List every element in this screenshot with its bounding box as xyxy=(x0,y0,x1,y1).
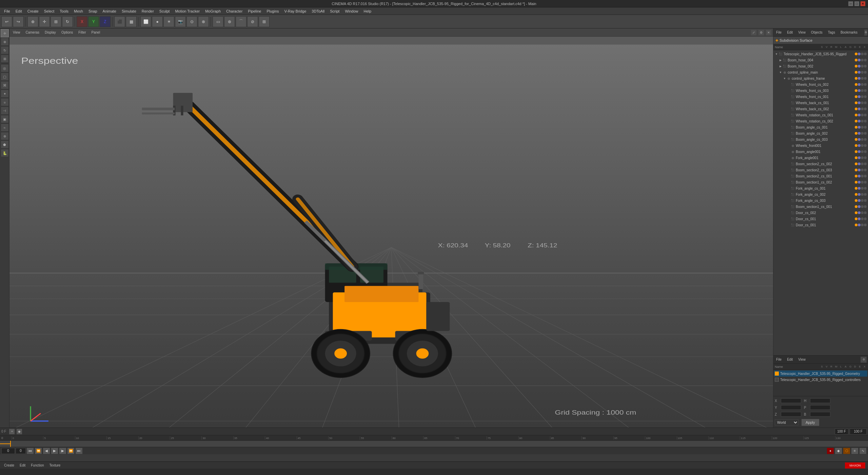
tl-add-key-btn[interactable]: + xyxy=(9,429,15,435)
obj-objects-menu[interactable]: Objects xyxy=(810,30,824,35)
next-key-btn[interactable]: ⏩ xyxy=(67,448,75,454)
tree-item-4[interactable]: ▼◎control_splines_frame xyxy=(773,75,868,81)
current-frame-input[interactable] xyxy=(1,448,15,454)
bp-panel-btn[interactable]: ⚙ xyxy=(861,357,867,363)
y-input[interactable] xyxy=(781,405,801,410)
menu-select[interactable]: Select xyxy=(41,8,57,14)
tool-knife[interactable]: ⊣ xyxy=(1,107,9,115)
menu-file[interactable]: File xyxy=(1,8,13,14)
tree-item-17[interactable]: ◎Fork_angle001 xyxy=(773,155,868,161)
tree-item-10[interactable]: ⬛Wheels_rotation_cs_001 xyxy=(773,112,868,118)
tool-rect-select[interactable]: ▢ xyxy=(1,73,9,81)
light-btn[interactable]: ☀ xyxy=(163,16,174,27)
auto-key-btn[interactable]: ◆ xyxy=(835,448,842,454)
tree-item-8[interactable]: ⬛Wheels_back_cs_001 xyxy=(773,100,868,106)
tool-scale[interactable]: ⊞ xyxy=(1,55,9,63)
tree-item-3[interactable]: ▼◎control_spline_main xyxy=(773,69,868,75)
menu-create[interactable]: Create xyxy=(25,8,41,14)
menu-plugins[interactable]: Plugins xyxy=(264,8,281,14)
tree-item-14[interactable]: ⬛Boom_angle_cs_003 xyxy=(773,136,868,142)
xyz-x-btn[interactable]: X xyxy=(77,16,87,27)
tool-fill[interactable]: ▣ xyxy=(1,115,9,123)
tool-move[interactable]: ✛ xyxy=(1,29,9,37)
menu-tools[interactable]: Tools xyxy=(57,8,71,14)
z-input[interactable] xyxy=(781,412,801,417)
mat-texture-menu[interactable]: Texture xyxy=(48,463,62,468)
obj-panel-btn[interactable]: ⚙ xyxy=(864,30,867,36)
undo-btn[interactable]: ↩ xyxy=(1,16,12,27)
obj-view-menu[interactable]: View xyxy=(797,30,807,35)
tool-live-select[interactable]: ◎ xyxy=(1,64,9,72)
h-input[interactable] xyxy=(810,398,830,403)
deformer-btn[interactable]: ⊗ xyxy=(198,16,209,27)
tree-item-25[interactable]: ⬛Boom_section1_cs_001 xyxy=(773,204,868,210)
tree-item-5[interactable]: ⬛Wheels_front_cs_002 xyxy=(773,81,868,88)
current-frame-display[interactable] xyxy=(16,448,26,454)
menu-pipeline[interactable]: Pipeline xyxy=(245,8,264,14)
tree-item-26[interactable]: ⬛Door_cs_002 xyxy=(773,210,868,216)
tree-item-23[interactable]: ⬛Fork_angle_cs_002 xyxy=(773,191,868,197)
menu-mograph[interactable]: MoGraph xyxy=(202,8,223,14)
menu-motion-tracker[interactable]: Motion Tracker xyxy=(172,8,202,14)
prev-frame-btn[interactable]: ◀ xyxy=(43,448,50,454)
mat-function-menu[interactable]: Function xyxy=(29,463,45,468)
move-btn[interactable]: ✛ xyxy=(39,16,50,27)
tree-item-16[interactable]: ◎Boom_angle001 xyxy=(773,149,868,155)
tree-item-28[interactable]: ⬛Door_cs_001 xyxy=(773,222,868,228)
redo-btn[interactable]: ↪ xyxy=(13,16,24,27)
mat-edit-menu[interactable]: Edit xyxy=(18,463,27,468)
menu-snap[interactable]: Snap xyxy=(86,8,100,14)
material-scroll-area[interactable]: orangesmat_bobott_nboom_pcabin_cabin_cab… xyxy=(0,469,868,475)
menu-edit[interactable]: Edit xyxy=(13,8,25,14)
xyz-y-btn[interactable]: Y xyxy=(88,16,99,27)
tool-brush[interactable]: ✦ xyxy=(1,90,9,98)
menu-render[interactable]: Render xyxy=(139,8,157,14)
tree-item-13[interactable]: ⬛Boom_angle_cs_002 xyxy=(773,130,868,136)
tl-key-btn[interactable]: ◆ xyxy=(16,429,22,435)
tool-select[interactable]: ⊕ xyxy=(1,38,9,46)
prev-key-btn[interactable]: ⏪ xyxy=(35,448,42,454)
menu-mesh[interactable]: Mesh xyxy=(71,8,86,14)
bp-view-menu[interactable]: View xyxy=(797,357,807,362)
tree-item-18[interactable]: ⬛Boom_section2_cs_002 xyxy=(773,161,868,167)
subdivide-btn[interactable]: ⊞ xyxy=(259,16,270,27)
tree-item-27[interactable]: ⬛Door_cs_001 xyxy=(773,216,868,222)
motion-mode-btn[interactable]: ⬡ xyxy=(843,448,850,454)
fcurve-btn[interactable]: ∿ xyxy=(859,448,867,454)
bend-btn[interactable]: ⌒ xyxy=(236,16,246,27)
tree-item-7[interactable]: ⬛Wheels_front_cs_001 xyxy=(773,94,868,100)
tree-item-1[interactable]: ▶⬛Boom_hose_004 xyxy=(773,57,868,63)
camera-btn[interactable]: 📷 xyxy=(175,16,186,27)
rotate-btn[interactable]: ↻ xyxy=(62,16,73,27)
obj-tags-menu[interactable]: Tags xyxy=(827,30,836,35)
tree-item-9[interactable]: ⬛Wheels_back_cs_002 xyxy=(773,106,868,112)
tree-item-12[interactable]: ⬛Boom_angle_cs_001 xyxy=(773,124,868,130)
b-input[interactable] xyxy=(810,412,830,417)
tree-item-19[interactable]: ⬛Boom_section2_cs_003 xyxy=(773,167,868,173)
tree-item-11[interactable]: ⬛Wheels_rotation_cs_002 xyxy=(773,118,868,124)
next-frame-btn[interactable]: ▶ xyxy=(59,448,66,454)
tree-item-2[interactable]: ▶⬛Boom_hose_002 xyxy=(773,63,868,69)
tool-python[interactable]: 🐍 xyxy=(1,149,9,157)
cube-btn[interactable]: ⬜ xyxy=(140,16,151,27)
menu-character[interactable]: Character xyxy=(223,8,245,14)
tree-item-21[interactable]: ⬛Boom_section1_cs_002 xyxy=(773,179,868,185)
tool-smooth[interactable]: ≈ xyxy=(1,124,9,132)
apply-button[interactable]: Apply xyxy=(801,419,820,426)
p-input[interactable] xyxy=(810,405,830,410)
tree-item-0[interactable]: ▼⬛Telescopic_Handler_JCB_535-95_Rigged xyxy=(773,51,868,57)
xyz-z-btn[interactable]: Z xyxy=(100,16,111,27)
x-input[interactable] xyxy=(781,398,801,403)
menu-sculpt[interactable]: Sculpt xyxy=(157,8,173,14)
tree-item-15[interactable]: ◎Wheels_front001 xyxy=(773,142,868,149)
bp-file-menu[interactable]: File xyxy=(775,357,783,362)
render-region-btn[interactable]: ▦ xyxy=(126,16,137,27)
obj-row-geometry[interactable]: Telescopic_Handler_JCB_535-95_Rigged_Geo… xyxy=(774,370,867,377)
select-btn[interactable]: ⊕ xyxy=(27,16,38,27)
tool-paint[interactable]: ⬟ xyxy=(1,140,9,149)
play-btn[interactable]: ▶ xyxy=(51,448,58,454)
menu-3dtoall[interactable]: 3DToAll xyxy=(309,8,327,14)
dope-sheet-btn[interactable]: ≡ xyxy=(851,448,859,454)
tool-magnet[interactable]: ⍟ xyxy=(1,98,9,106)
boole-btn[interactable]: ⊘ xyxy=(247,16,258,27)
